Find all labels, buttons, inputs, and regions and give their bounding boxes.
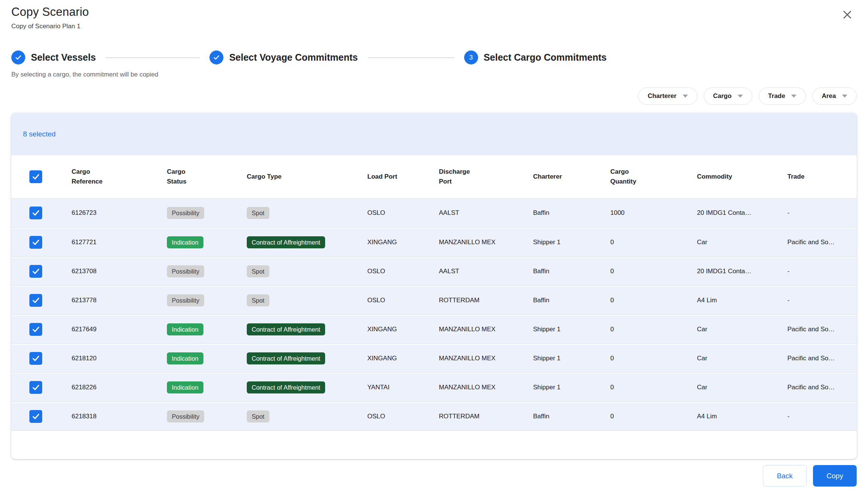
filter-label: Charterer xyxy=(648,92,677,100)
cell-cargo-quantity: 0 xyxy=(610,384,697,391)
step-select-vessels[interactable]: Select Vessels xyxy=(11,51,96,64)
cell-commodity: Car xyxy=(697,239,787,246)
cell-cargo-quantity: 0 xyxy=(610,268,697,275)
column-header-cargo-type: Cargo Type xyxy=(247,172,367,182)
cell-cargo-quantity: 0 xyxy=(610,297,697,304)
cargo-type-badge: Spot xyxy=(247,207,269,219)
row-checkbox[interactable] xyxy=(29,381,42,394)
row-checkbox[interactable] xyxy=(29,207,42,219)
chevron-down-icon xyxy=(842,95,847,98)
page-title: Copy Scenario xyxy=(11,5,89,19)
chevron-down-icon xyxy=(791,95,796,98)
filter-bar: Charterer Cargo Trade Area xyxy=(11,87,857,105)
cell-cargo-type: Contract of Affreightment xyxy=(247,323,367,336)
cell-trade: Pacific and So… xyxy=(787,239,857,246)
copy-button[interactable]: Copy xyxy=(813,465,857,487)
row-checkbox[interactable] xyxy=(29,294,42,307)
select-all-checkbox[interactable] xyxy=(29,170,42,183)
cell-commodity: Car xyxy=(697,326,787,333)
table-row[interactable]: 6218226 Indication Contract of Affreight… xyxy=(11,373,857,402)
cell-load-port: YANTAI xyxy=(367,384,439,391)
cell-charterer: Baffin xyxy=(533,413,610,420)
selection-count-bar: 8 selected xyxy=(11,113,857,155)
row-checkbox[interactable] xyxy=(29,410,42,423)
close-icon[interactable] xyxy=(839,7,855,23)
cell-cargo-type: Contract of Affreightment xyxy=(247,352,367,365)
cell-cargo-type: Spot xyxy=(247,265,367,278)
selection-hint: By selecting a cargo, the commitment wil… xyxy=(11,71,857,78)
cell-trade: Pacific and So… xyxy=(787,384,857,391)
cell-discharge-port: MANZANILLO MEX xyxy=(439,239,533,246)
step-label: Select Vessels xyxy=(31,52,96,63)
table-row[interactable]: 6218120 Indication Contract of Affreight… xyxy=(11,344,857,373)
cargo-type-badge: Contract of Affreightment xyxy=(247,352,325,365)
cargo-type-badge: Contract of Affreightment xyxy=(247,236,325,249)
chevron-down-icon xyxy=(683,95,688,98)
cell-trade: - xyxy=(787,297,857,304)
cell-discharge-port: ROTTERDAM xyxy=(439,413,533,420)
cell-cargo-quantity: 0 xyxy=(610,326,697,333)
status-badge: Possibility xyxy=(167,207,204,219)
filter-label: Cargo xyxy=(713,92,732,100)
dialog-header: Copy Scenario Copy of Scenario Plan 1 xyxy=(11,5,857,30)
row-checkbox[interactable] xyxy=(29,352,42,365)
cell-cargo-status: Possibility xyxy=(167,207,247,219)
cell-charterer: Shipper 1 xyxy=(533,355,610,362)
cargo-type-badge: Contract of Affreightment xyxy=(247,381,325,394)
row-checkbox[interactable] xyxy=(29,265,42,278)
column-header-discharge-port: Discharge Port xyxy=(439,167,481,187)
cell-load-port: XINGANG xyxy=(367,355,439,362)
table-row[interactable]: 6213778 Possibility Spot OSLO ROTTERDAM … xyxy=(11,286,857,315)
step-select-cargo-commitments[interactable]: 3 Select Cargo Commitments xyxy=(464,51,607,64)
cell-cargo-type: Spot xyxy=(247,207,367,219)
step-select-voyage-commitments[interactable]: Select Voyage Commitments xyxy=(209,51,358,64)
cell-charterer: Baffin xyxy=(533,268,610,275)
cell-cargo-reference: 6218226 xyxy=(72,384,167,391)
cell-discharge-port: MANZANILLO MEX xyxy=(439,355,533,362)
dialog-subtitle: Copy of Scenario Plan 1 xyxy=(11,23,89,30)
cell-commodity: Car xyxy=(697,384,787,391)
column-header-cargo-reference: Cargo Reference xyxy=(72,167,114,187)
status-badge: Indication xyxy=(167,236,203,249)
cell-cargo-quantity: 0 xyxy=(610,239,697,246)
table-body: 6126723 Possibility Spot OSLO AALST Baff… xyxy=(11,199,857,431)
cargo-filter-dropdown[interactable]: Cargo xyxy=(704,87,752,105)
area-filter-dropdown[interactable]: Area xyxy=(812,87,857,105)
cell-trade: - xyxy=(787,413,857,420)
row-checkbox[interactable] xyxy=(29,323,42,336)
cell-cargo-status: Indication xyxy=(167,236,247,249)
table-row[interactable]: 6213708 Possibility Spot OSLO AALST Baff… xyxy=(11,257,857,286)
filter-label: Trade xyxy=(768,92,785,100)
cell-load-port: OSLO xyxy=(367,413,439,420)
trade-filter-dropdown[interactable]: Trade xyxy=(759,87,806,105)
cell-trade: Pacific and So… xyxy=(787,355,857,362)
cell-cargo-reference: 6127721 xyxy=(72,239,167,246)
cargo-commitments-table: 8 selected Cargo Reference Cargo Status … xyxy=(11,113,857,459)
back-button[interactable]: Back xyxy=(763,465,807,487)
cell-cargo-reference: 6218318 xyxy=(72,413,167,420)
row-checkbox[interactable] xyxy=(29,236,42,249)
cell-load-port: XINGANG xyxy=(367,326,439,333)
table-row[interactable]: 6127721 Indication Contract of Affreight… xyxy=(11,228,857,257)
cell-load-port: OSLO xyxy=(367,209,439,217)
cell-cargo-reference: 6213708 xyxy=(72,268,167,275)
stepper-connector xyxy=(105,57,200,58)
table-row[interactable]: 6217649 Indication Contract of Affreight… xyxy=(11,315,857,344)
table-row[interactable]: 6126723 Possibility Spot OSLO AALST Baff… xyxy=(11,199,857,228)
filter-label: Area xyxy=(822,92,836,100)
cell-cargo-reference: 6126723 xyxy=(72,209,167,217)
cell-commodity: 20 IMDG1 Conta… xyxy=(697,209,787,217)
column-header-cargo-quantity: Cargo Quantity xyxy=(610,167,653,187)
cell-load-port: XINGANG xyxy=(367,239,439,246)
cell-commodity: A4 Lim xyxy=(697,297,787,304)
cargo-type-badge: Contract of Affreightment xyxy=(247,323,325,336)
charterer-filter-dropdown[interactable]: Charterer xyxy=(638,87,697,105)
column-header-cargo-status: Cargo Status xyxy=(167,167,209,187)
table-row[interactable]: 6218318 Possibility Spot OSLO ROTTERDAM … xyxy=(11,402,857,431)
status-badge: Possibility xyxy=(167,265,204,278)
stepper: Select Vessels Select Voyage Commitments… xyxy=(11,51,857,64)
cell-charterer: Baffin xyxy=(533,297,610,304)
cell-cargo-status: Indication xyxy=(167,352,247,365)
stepper-connector xyxy=(368,57,454,58)
column-header-trade: Trade xyxy=(787,172,857,182)
